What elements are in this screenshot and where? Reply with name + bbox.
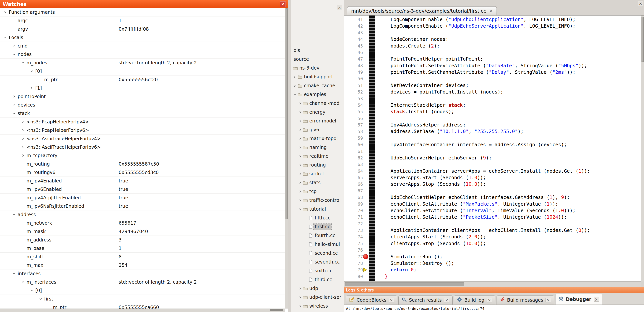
chevron-right-icon[interactable]: [19, 154, 26, 157]
line-number[interactable]: 68: [344, 194, 363, 201]
chevron-right-icon[interactable]: [10, 95, 18, 98]
tree-item-second-cc[interactable]: second.cc: [291, 249, 344, 258]
watch-row[interactable]: m_ptr0x5555555ca660: [0, 303, 285, 309]
line-number[interactable]: 57: [344, 122, 363, 128]
line-number[interactable]: 74: [344, 234, 363, 240]
line-number[interactable]: 42: [344, 23, 363, 29]
line-number[interactable]: 56: [344, 115, 363, 122]
line-number[interactable]: 48: [344, 62, 363, 69]
line-number[interactable]: 64: [344, 168, 363, 174]
line-number[interactable]: 55: [344, 109, 363, 115]
line-number[interactable]: 79: [344, 267, 363, 273]
chevron-right-icon[interactable]: [10, 44, 18, 47]
line-number[interactable]: 72: [344, 221, 363, 227]
watch-row[interactable]: Locals: [0, 33, 285, 42]
code-line[interactable]: 43: [344, 29, 641, 36]
line-number[interactable]: 77: [344, 254, 363, 260]
tree-item-cmake-cache[interactable]: cmake_cache: [291, 81, 344, 90]
tree-item-energy[interactable]: energy: [291, 108, 344, 117]
line-number[interactable]: 52: [344, 89, 363, 95]
code-line[interactable]: 50: [344, 76, 641, 82]
watch-row[interactable]: m_network655617: [0, 219, 285, 227]
tree-item-tutorial[interactable]: tutorial: [291, 205, 344, 213]
chevron-right-icon[interactable]: [298, 287, 302, 290]
line-number[interactable]: 59: [344, 135, 363, 142]
line-number[interactable]: 81: [344, 280, 363, 281]
code-line[interactable]: 60 Ipv4InterfaceContainer interfaces = a…: [344, 142, 641, 148]
code-line[interactable]: 49 pointToPoint.SetChannelAttribute ("De…: [344, 69, 641, 76]
line-number[interactable]: 71: [344, 214, 363, 220]
tree-item-first-cc[interactable]: first.cc: [291, 222, 344, 231]
tree-item-error-model[interactable]: error-model: [291, 117, 344, 125]
code-line[interactable]: 64 ApplicationContainer serverApps = ech…: [344, 168, 641, 174]
line-number[interactable]: 66: [344, 181, 363, 187]
logs-tab-code-blocks[interactable]: Code::Blocks×: [346, 295, 397, 305]
watch-row[interactable]: [0]: [0, 67, 285, 76]
watch-row[interactable]: <ns3::AsciiTraceHelperForIpv6>: [0, 143, 285, 152]
watch-row[interactable]: nodes: [0, 50, 285, 59]
close-icon[interactable]: ×: [337, 5, 342, 10]
chevron-right-icon[interactable]: [298, 155, 302, 158]
chevron-right-icon[interactable]: [298, 128, 302, 131]
line-number[interactable]: 70: [344, 207, 363, 214]
close-icon[interactable]: ×: [489, 9, 492, 13]
line-number[interactable]: 45: [344, 43, 363, 49]
line-number[interactable]: 50: [344, 76, 363, 82]
watch-row[interactable]: m_ipv6Enabledtrue: [0, 185, 285, 193]
line-number[interactable]: 78: [344, 260, 363, 267]
watch-row[interactable]: <ns3::PcapHelperForIpv6>: [0, 126, 285, 135]
watch-row[interactable]: m_ipv4Enabledtrue: [0, 177, 285, 185]
watch-row[interactable]: m_shift8: [0, 253, 285, 261]
chevron-right-icon[interactable]: [298, 102, 302, 105]
tree-item-naming[interactable]: naming: [291, 143, 344, 152]
watch-row[interactable]: m_max254: [0, 261, 285, 270]
scrollbar-thumb[interactable]: [642, 17, 644, 62]
code-line[interactable]: 62 UdpEchoServerHelper echoServer (9);: [344, 155, 641, 161]
tree-item-ols[interactable]: ols: [291, 46, 344, 55]
watch-row[interactable]: cmd: [0, 42, 285, 50]
chevron-right-icon[interactable]: [298, 305, 302, 308]
tree-item-fourth-cc[interactable]: fourth.cc: [291, 231, 344, 240]
tree-item-source[interactable]: source: [291, 55, 344, 64]
line-number[interactable]: 49: [344, 69, 363, 76]
close-icon[interactable]: ×: [389, 298, 394, 303]
chevron-right-icon[interactable]: [292, 84, 297, 87]
chevron-down-icon[interactable]: [10, 213, 18, 216]
breakpoint-icon[interactable]: [363, 254, 368, 259]
chevron-right-icon[interactable]: [28, 87, 35, 90]
chevron-down-icon[interactable]: [10, 53, 18, 56]
watch-row[interactable]: address: [0, 210, 285, 219]
code-line[interactable]: 56: [344, 115, 641, 122]
close-icon[interactable]: ×: [594, 297, 599, 302]
tree-item-tcp[interactable]: tcp: [291, 187, 344, 196]
line-number[interactable]: 44: [344, 36, 363, 42]
watch-row[interactable]: devices: [0, 101, 285, 109]
line-number[interactable]: 65: [344, 174, 363, 181]
watch-row[interactable]: [0]: [0, 286, 285, 295]
chevron-right-icon[interactable]: [298, 181, 302, 184]
code-line[interactable]: 44 NodeContainer nodes;: [344, 36, 641, 42]
watch-row[interactable]: pointToPoint: [0, 92, 285, 101]
code-line[interactable]: 71 echoClient.SetAttribute ("PacketSize"…: [344, 214, 641, 220]
chevron-down-icon[interactable]: [19, 61, 26, 64]
scrollbar-thumb[interactable]: [345, 282, 464, 286]
chevron-right-icon[interactable]: [298, 120, 302, 123]
chevron-right-icon[interactable]: [19, 129, 26, 132]
code-line[interactable]: 55 stack.Install (nodes);: [344, 109, 641, 115]
chevron-right-icon[interactable]: [10, 104, 18, 106]
chevron-right-icon[interactable]: [298, 190, 302, 193]
chevron-down-icon[interactable]: [2, 36, 9, 39]
tree-item-buildsupport[interactable]: buildsupport: [291, 72, 344, 81]
tree-item-realtime[interactable]: realtime: [291, 152, 344, 160]
tree-item-routing[interactable]: routing: [291, 160, 344, 169]
code-line[interactable]: 52 devices = pointToPoint.Install (nodes…: [344, 89, 641, 95]
tree-item-wireless[interactable]: wireless: [291, 302, 344, 311]
watch-row[interactable]: m_ipv4ArpJitterEnabledtrue: [0, 193, 285, 202]
watch-row[interactable]: argc1: [0, 16, 285, 25]
watches-titlebar[interactable]: Watches ×: [0, 0, 288, 8]
code-line[interactable]: 53: [344, 95, 641, 102]
chevron-right-icon[interactable]: [292, 76, 297, 78]
code-line[interactable]: 81: [344, 280, 641, 281]
line-number[interactable]: 80: [344, 273, 363, 280]
watch-row[interactable]: <ns3::PcapHelperForIpv4>: [0, 118, 285, 126]
